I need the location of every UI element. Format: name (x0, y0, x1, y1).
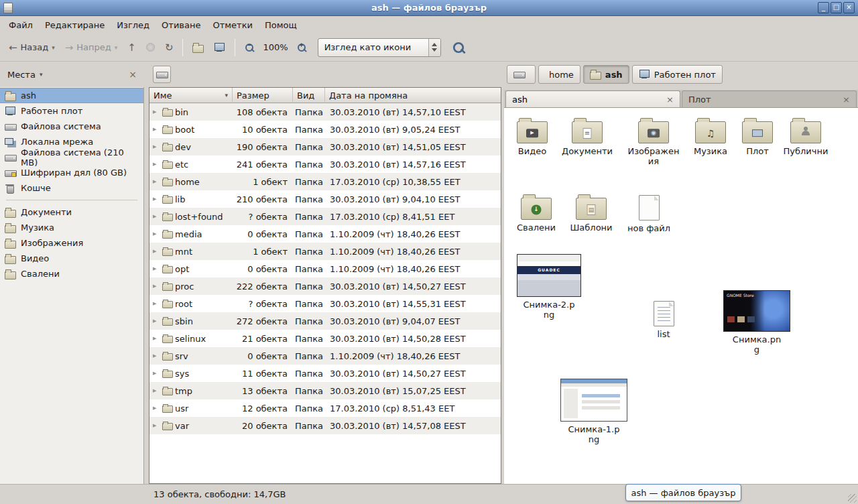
sidebar-item[interactable]: Файлова система (0, 119, 143, 134)
resize-grip[interactable] (848, 494, 857, 503)
table-row[interactable]: ▶ dev 190 обекта Папка 30.03.2010 (вт) 1… (149, 138, 501, 155)
expander-icon[interactable]: ▶ (153, 301, 160, 306)
search-icon[interactable] (452, 41, 465, 54)
table-row[interactable]: ▶ lost+found ? обекта Папка 17.03.2010 (… (149, 208, 501, 225)
tab[interactable]: ash × (505, 90, 680, 107)
places-close-icon[interactable]: × (129, 69, 137, 80)
tab-close-icon[interactable]: × (666, 94, 674, 105)
column-header[interactable]: Размер (233, 88, 293, 103)
maximize-button[interactable]: □ (831, 2, 842, 13)
expander-icon[interactable]: ▶ (153, 353, 160, 359)
home-button[interactable] (188, 40, 208, 55)
expander-icon[interactable]: ▶ (153, 249, 160, 254)
view-mode-spinner[interactable] (428, 39, 440, 56)
expander-icon[interactable]: ▶ (153, 388, 160, 393)
table-row[interactable]: ▶ usr 12 обекта Папка 17.03.2010 (ср) 8,… (149, 399, 501, 417)
column-header[interactable]: Име ▾ (149, 88, 233, 103)
table-row[interactable]: ▶ proc 222 обекта Папка 30.03.2010 (вт) … (149, 277, 501, 295)
expander-icon[interactable]: ▶ (153, 196, 160, 202)
stop-button[interactable] (142, 40, 159, 54)
view-mode-select[interactable]: Изглед като икони (318, 38, 441, 57)
menu-item[interactable]: Помощ (259, 17, 303, 33)
menu-item[interactable]: Изглед (111, 17, 156, 33)
column-header[interactable]: Вид (293, 88, 325, 103)
table-row[interactable]: ▶ boot 10 обекта Папка 30.03.2010 (вт) 9… (149, 121, 501, 138)
sidebar-item[interactable]: Свалени (0, 266, 143, 281)
places-title[interactable]: Места (7, 70, 36, 80)
icon-view-item[interactable]: нов файл (622, 192, 676, 234)
expander-icon[interactable]: ▶ (153, 371, 160, 376)
table-row[interactable]: ▶ srv 0 обекта Папка 1.10.2009 (чт) 18,4… (149, 347, 501, 365)
icon-view-item[interactable]: Музика (684, 116, 737, 157)
sidebar-item[interactable]: Видео (0, 251, 143, 266)
sidebar-item[interactable]: Шифриран дял (80 GB) (0, 165, 143, 180)
icon-view-item[interactable]: Видео (505, 116, 559, 157)
menu-item[interactable]: Отиване (156, 17, 206, 33)
expander-icon[interactable]: ▶ (153, 284, 160, 289)
table-row[interactable]: ▶ opt 0 обекта Папка 1.10.2009 (чт) 18,4… (149, 260, 501, 277)
table-row[interactable]: ▶ media 0 обекта Папка 1.10.2009 (чт) 18… (149, 225, 501, 243)
table-row[interactable]: ▶ sbin 272 обекта Папка 30.03.2010 (вт) … (149, 312, 501, 330)
icon-view-item[interactable]: GUADEC Снимка-2.png (513, 254, 585, 320)
path-button[interactable]: home (538, 65, 580, 84)
icon-view-item[interactable]: Снимка-1.png (558, 379, 629, 445)
tab-close-icon[interactable]: × (843, 94, 850, 105)
table-row[interactable]: ▶ var 20 обекта Папка 30.03.2010 (вт) 14… (149, 417, 501, 434)
menu-item[interactable]: Отметки (206, 17, 258, 33)
icon-view-item[interactable]: list (637, 298, 690, 340)
close-button[interactable]: × (843, 2, 855, 13)
table-row[interactable]: ▶ home 1 обект Папка 17.03.2010 (ср) 10,… (149, 173, 501, 190)
sidebar-item[interactable]: Файлова система (210 MB) (0, 149, 143, 165)
path-button[interactable] (507, 65, 536, 84)
table-row[interactable]: ▶ lib 210 обекта Папка 30.03.2010 (вт) 9… (149, 190, 501, 208)
left-pane-location-button[interactable] (153, 66, 171, 83)
zoom-out-button[interactable]: − (241, 40, 258, 55)
table-row[interactable]: ▶ sys 11 обекта Папка 30.03.2010 (вт) 14… (149, 365, 501, 382)
back-history-dropdown-icon[interactable]: ▾ (52, 44, 55, 51)
table-row[interactable]: ▶ tmp 13 обекта Папка 30.03.2010 (вт) 15… (149, 382, 501, 399)
expander-icon[interactable]: ▶ (153, 405, 160, 411)
path-button[interactable]: Работен плот (632, 65, 723, 84)
sidebar-item[interactable]: Музика (0, 220, 143, 235)
expander-icon[interactable]: ▶ (153, 162, 160, 167)
reload-button[interactable]: ↻ (161, 39, 178, 56)
expander-icon[interactable]: ▶ (153, 127, 160, 132)
sidebar-item[interactable]: Работен плот (0, 103, 143, 119)
icon-view-item[interactable]: Шаблони (564, 192, 618, 233)
sidebar-item[interactable]: Изображения (0, 235, 143, 251)
places-dropdown-icon[interactable]: ▾ (40, 71, 43, 78)
expander-icon[interactable]: ▶ (153, 179, 160, 184)
sidebar-item[interactable]: Документи (0, 204, 143, 220)
zoom-in-button[interactable]: + (293, 40, 310, 55)
taskbar-button[interactable]: ash — файлов браузър (625, 484, 741, 501)
icon-view-item[interactable]: Документи (560, 116, 614, 157)
back-button[interactable]: ← Назад ▾ (5, 39, 59, 56)
forward-button[interactable]: → Напред ▾ (61, 39, 122, 56)
expander-icon[interactable]: ▶ (153, 266, 160, 271)
table-row[interactable]: ▶ bin 108 обекта Папка 30.03.2010 (вт) 1… (149, 103, 501, 121)
table-row[interactable]: ▶ mnt 1 обект Папка 1.10.2009 (чт) 18,40… (149, 243, 501, 260)
titlebar[interactable]: ash — файлов браузър _ □ × (0, 0, 858, 16)
path-button[interactable]: ash (583, 65, 629, 84)
expander-icon[interactable]: ▶ (153, 231, 160, 237)
table-row[interactable]: ▶ root ? обекта Папка 30.03.2010 (вт) 14… (149, 295, 501, 312)
icon-view-canvas[interactable]: Видео Документи Изображения (504, 108, 858, 484)
expander-icon[interactable]: ▶ (153, 144, 160, 149)
expander-icon[interactable]: ▶ (153, 214, 160, 219)
expander-icon[interactable]: ▶ (153, 109, 160, 115)
tab[interactable]: Плот × (682, 90, 857, 107)
computer-button[interactable] (210, 40, 229, 55)
icon-view-item[interactable]: Публични (779, 116, 833, 157)
up-button[interactable]: ↑ (123, 39, 140, 56)
pane-splitter[interactable] (144, 87, 149, 484)
icon-view-item[interactable]: Плот (731, 116, 784, 157)
column-header[interactable]: Дата на промяна (325, 88, 501, 103)
expander-icon[interactable]: ▶ (153, 318, 160, 324)
menu-item[interactable]: Редактиране (39, 17, 111, 33)
expander-icon[interactable]: ▶ (153, 423, 160, 428)
sidebar-item[interactable]: ash (0, 88, 143, 103)
expander-icon[interactable]: ▶ (153, 336, 160, 341)
sidebar-item[interactable]: Кошче (0, 180, 143, 196)
minimize-button[interactable]: _ (818, 2, 829, 13)
table-row[interactable]: ▶ etc 241 обекта Папка 30.03.2010 (вт) 1… (149, 155, 501, 173)
